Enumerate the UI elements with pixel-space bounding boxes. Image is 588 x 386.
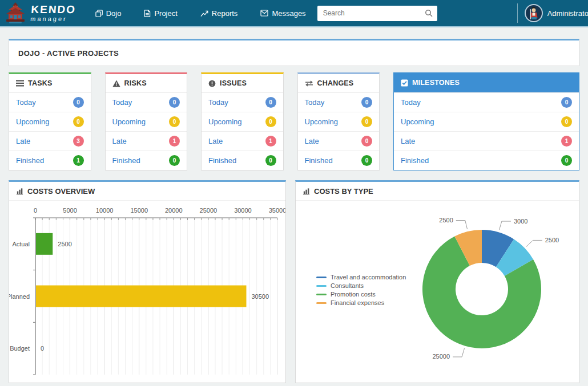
costs-overview-header: COSTS OVERVIEW [9,182,285,201]
brand-subtitle: manager [30,16,75,22]
nav-item-label: Dojo [106,9,122,18]
card-header: MILESTONES [394,73,579,92]
nav-item-reports[interactable]: Reports [189,0,249,26]
user-name: Administrator [547,9,588,18]
card-row-label: Upcoming [208,117,242,126]
card-title: RISKS [124,79,147,87]
navbar-divider [517,3,518,23]
card-row-today[interactable]: Today0 [9,92,91,112]
card-row-label: Late [401,137,415,145]
legend-swatch [316,294,327,295]
page-title: DOJO - ACTIVE PROJECTS [18,49,570,58]
card-row-today[interactable]: Today0 [202,92,283,112]
brand-logo[interactable]: KENDO manager [3,2,76,25]
card-row-upcoming[interactable]: Upcoming0 [106,112,187,131]
card-row-finished[interactable]: Finished0 [202,151,283,170]
costs-by-type-chart: Travel and accommodationConsultantsPromo… [296,201,579,385]
svg-text:Planned: Planned [9,293,30,300]
count-badge: 0 [169,97,180,108]
card-row-finished[interactable]: Finished1 [9,151,91,170]
messages-icon [260,10,268,17]
legend-item[interactable]: Promotion costs [316,291,406,298]
issues-icon [208,80,216,87]
svg-text:2500: 2500 [58,241,71,247]
costs-by-type-title: COSTS BY TYPE [314,187,373,196]
changes-icon [305,80,313,87]
count-badge: 0 [265,116,276,127]
card-title: MILESTONES [412,79,460,87]
card-row-today[interactable]: Today0 [298,92,380,112]
svg-text:30500: 30500 [251,293,269,300]
legend-label: Promotion costs [331,291,376,298]
nav-item-label: Project [154,9,177,18]
legend-label: Financial expenses [331,299,384,306]
nav-item-label: Messages [272,9,305,18]
card-row-late[interactable]: Late0 [298,131,380,151]
card-tasks: TASKSToday0Upcoming0Late3Finished1 [9,72,91,170]
card-row-label: Finished [112,156,140,165]
count-badge: 0 [169,155,180,166]
costs-overview-chart: 05000100001500020000250003000035000Actua… [9,201,285,384]
card-row-upcoming[interactable]: Upcoming0 [394,112,579,131]
svg-text:Budget: Budget [10,345,30,352]
card-row-label: Finished [16,156,44,165]
card-row-today[interactable]: Today0 [106,92,187,112]
card-row-label: Finished [305,156,333,165]
user-menu[interactable]: Administrator [517,3,588,23]
count-badge: 0 [361,136,372,147]
milestones-icon [401,79,408,87]
card-row-late[interactable]: Late1 [394,131,579,151]
card-row-upcoming[interactable]: Upcoming0 [9,112,91,131]
card-row-finished[interactable]: Finished0 [106,151,187,170]
count-badge: 0 [265,155,276,166]
legend-item[interactable]: Financial expenses [316,299,406,306]
card-row-finished[interactable]: Finished0 [298,151,380,170]
legend-item[interactable]: Consultants [316,282,406,289]
svg-text:0: 0 [34,207,37,214]
count-badge: 0 [561,155,572,166]
card-title: CHANGES [317,79,354,87]
user-avatar[interactable] [525,4,543,22]
card-row-late[interactable]: Late1 [202,131,283,151]
reports-icon [200,10,208,17]
costs-by-type-header: COSTS BY TYPE [296,182,579,201]
card-row-upcoming[interactable]: Upcoming0 [202,112,283,131]
svg-text:10000: 10000 [96,207,114,214]
card-row-label: Late [208,137,223,145]
card-row-label: Today [112,98,132,107]
svg-text:25000: 25000 [200,207,218,214]
card-row-label: Upcoming [305,117,339,126]
nav-item-dojo[interactable]: Dojo [84,0,133,26]
brand-text: KENDO manager [30,4,76,22]
card-row-late[interactable]: Late1 [106,131,187,151]
card-row-label: Today [401,98,421,107]
card-row-label: Late [16,137,30,145]
card-row-label: Upcoming [112,117,146,126]
card-title: TASKS [28,79,52,87]
bar-chart-svg: 05000100001500020000250003000035000Actua… [9,201,285,382]
count-badge: 1 [73,155,84,166]
count-badge: 0 [361,97,372,108]
card-row-finished[interactable]: Finished0 [394,151,579,170]
costs-by-type-panel: COSTS BY TYPE Travel and accommodationCo… [295,180,579,383]
svg-text:2500: 2500 [439,217,453,224]
card-row-late[interactable]: Late3 [9,131,91,151]
svg-text:0: 0 [41,345,44,352]
svg-text:20000: 20000 [165,207,183,214]
card-header: ISSUES [202,74,283,92]
nav-item-project[interactable]: Project [132,0,188,26]
legend-item[interactable]: Travel and accommodation [316,274,406,281]
svg-text:3000: 3000 [514,218,527,225]
card-row-label: Upcoming [16,117,50,126]
svg-text:2500: 2500 [545,237,559,243]
legend-swatch [316,277,327,278]
search-icon[interactable] [425,9,433,19]
bar-chart-icon [16,188,23,195]
card-row-today[interactable]: Today0 [394,92,579,112]
risks-icon [112,80,120,87]
search-input[interactable] [317,6,437,21]
svg-text:30000: 30000 [234,207,252,214]
card-row-label: Today [305,98,325,107]
nav-item-messages[interactable]: Messages [249,0,317,26]
card-row-upcoming[interactable]: Upcoming0 [298,112,380,131]
